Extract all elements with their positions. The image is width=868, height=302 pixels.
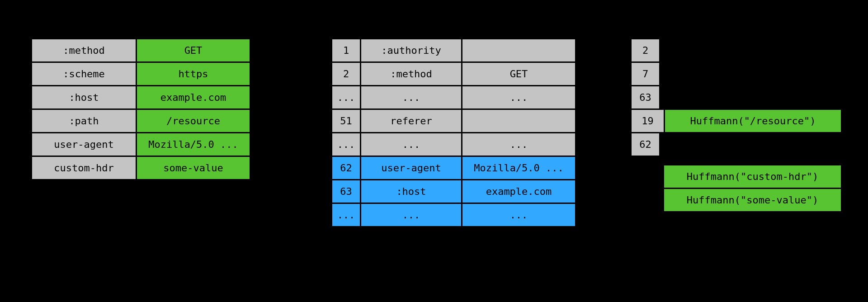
table-row: ......... (332, 86, 576, 109)
header-value: GET (137, 39, 250, 62)
name-cell: ... (361, 86, 462, 109)
table-row: 7 (631, 62, 660, 86)
idx-cell: 62 (332, 156, 361, 180)
table-row: 63 (631, 86, 660, 109)
name-cell: :host (361, 180, 462, 203)
encoded-index: 62 (631, 133, 660, 156)
header-name: custom-hdr (32, 156, 137, 180)
header-value: some-value (137, 156, 250, 180)
name-cell: :method (361, 62, 462, 86)
encoded-index: 63 (631, 86, 660, 109)
table-row: 19 Huffmann("/resource") (631, 109, 842, 133)
value-cell: example.com (462, 180, 576, 203)
table-row: 62 (631, 133, 660, 156)
idx-cell: 1 (332, 39, 361, 62)
header-value: https (137, 62, 250, 86)
value-cell: ... (462, 203, 576, 227)
table-row: custom-hdrsome-value (32, 156, 250, 180)
table-row: :hostexample.com (32, 86, 250, 109)
table-row: 62user-agentMozilla/5.0 ... (332, 156, 576, 180)
name-cell: user-agent (361, 156, 462, 180)
table-row: 1:authority (332, 39, 576, 62)
table-row: :path/resource (32, 109, 250, 133)
value-cell: ... (462, 133, 576, 156)
encoded-index: 2 (631, 39, 660, 62)
header-name: :path (32, 109, 137, 133)
header-value: example.com (137, 86, 250, 109)
value-cell (462, 39, 576, 62)
idx-cell: 2 (332, 62, 361, 86)
encoded-literals-table: Huffmann("custom-hdr") Huffmann("some-va… (663, 164, 842, 212)
table-row: 2:methodGET (332, 62, 576, 86)
table-row: Huffmann("some-value") (664, 189, 842, 212)
encoded-huff: Huffmann("/resource") (665, 109, 842, 133)
encoded-huff: Huffmann("custom-hdr") (664, 165, 842, 189)
lookup-table: 1:authority 2:methodGET ......... 51refe… (331, 38, 576, 227)
name-cell: referer (361, 109, 462, 133)
idx-cell: 63 (332, 180, 361, 203)
encoded-literal-indexed-table: 19 Huffmann("/resource") (630, 109, 842, 133)
idx-cell: 51 (332, 109, 361, 133)
encoded-len: 19 (631, 109, 665, 133)
header-name: :scheme (32, 62, 137, 86)
header-value: /resource (137, 109, 250, 133)
table-row: 63:hostexample.com (332, 180, 576, 203)
name-cell: ... (361, 133, 462, 156)
encoded-huff: Huffmann("some-value") (664, 189, 842, 212)
value-cell (462, 109, 576, 133)
idx-cell: ... (332, 203, 361, 227)
table-row: Huffmann("custom-hdr") (664, 165, 842, 189)
encoded-index-tail-table: 62 (630, 132, 660, 157)
table-row: ......... (332, 133, 576, 156)
table-row: 2 (631, 39, 660, 62)
name-cell: :authority (361, 39, 462, 62)
idx-cell: ... (332, 133, 361, 156)
header-value: Mozilla/5.0 ... (137, 133, 250, 156)
headers-panel: :methodGET :schemehttps :hostexample.com… (31, 38, 251, 180)
table-row: :schemehttps (32, 62, 250, 86)
header-name: user-agent (32, 133, 137, 156)
value-cell: Mozilla/5.0 ... (462, 156, 576, 180)
table-row: ......... (332, 203, 576, 227)
table-row: :methodGET (32, 39, 250, 62)
header-name: :host (32, 86, 137, 109)
table-row: user-agentMozilla/5.0 ... (32, 133, 250, 156)
idx-cell: ... (332, 86, 361, 109)
value-cell: ... (462, 86, 576, 109)
encoded-index: 7 (631, 62, 660, 86)
table-row: 51referer (332, 109, 576, 133)
value-cell: GET (462, 62, 576, 86)
lookup-table-panel: 1:authority 2:methodGET ......... 51refe… (331, 38, 576, 227)
encoded-indices-table: 2 7 63 (630, 38, 660, 110)
header-name: :method (32, 39, 137, 62)
encoded-panel: 2 7 63 19 Huffmann("/resource") 62 Huffm… (630, 38, 842, 212)
headers-table: :methodGET :schemehttps :hostexample.com… (31, 38, 251, 180)
name-cell: ... (361, 203, 462, 227)
